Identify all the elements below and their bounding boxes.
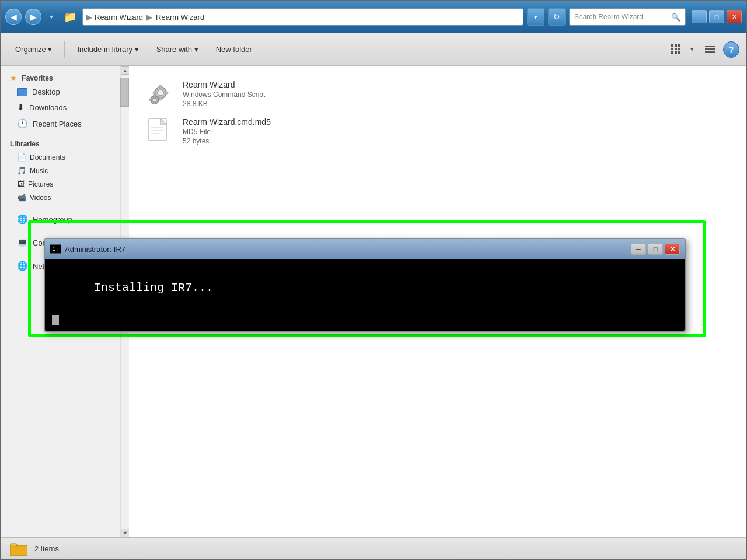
title-bar: ◀ ▶ ▾ 📁 ▶ Rearm Wizard ▶ Rearm Wizard ▾ … <box>1 1 746 33</box>
homegroup-icon: 🌐 <box>17 214 28 225</box>
sidebar-spacer-3 <box>1 228 129 235</box>
sidebar-item-documents[interactable]: 📄 Documents <box>1 150 129 164</box>
back-button[interactable]: ◀ <box>5 9 22 25</box>
search-bar[interactable]: Search Rearm Wizard 🔍 <box>569 8 686 26</box>
svg-rect-31 <box>10 544 17 547</box>
sidebar-item-music[interactable]: 🎵 Music <box>1 164 129 177</box>
address-path-current[interactable]: Rearm Wizard <box>156 13 204 22</box>
view-details-button[interactable] <box>701 41 720 58</box>
rearm-wizard-details: Rearm Wizard Windows Command Script 28.8… <box>183 80 265 108</box>
svg-rect-20 <box>153 94 156 97</box>
svg-rect-2 <box>678 44 680 47</box>
svg-rect-16 <box>153 92 156 94</box>
cmd-window-controls: ─ □ ✕ <box>631 243 680 255</box>
pictures-icon: 🖼 <box>17 180 25 188</box>
svg-point-13 <box>158 90 163 96</box>
downloads-icon: ⬇ <box>17 102 25 113</box>
svg-rect-5 <box>678 48 680 50</box>
rearm-wizard-md5-icon <box>145 117 173 145</box>
svg-rect-9 <box>705 46 715 47</box>
toolbar: Organize ▾ Include in library ▾ Share wi… <box>1 33 746 66</box>
window-controls: ─ □ ✕ <box>692 10 742 23</box>
svg-rect-8 <box>678 51 680 54</box>
recent-places-icon: 🕐 <box>17 118 28 129</box>
organize-button[interactable]: Organize ▾ <box>8 39 60 60</box>
close-button[interactable]: ✕ <box>727 10 742 23</box>
videos-icon: 📹 <box>17 193 26 202</box>
cmd-window-icon: C: <box>50 244 61 254</box>
rearm-wizard-icon <box>145 80 173 108</box>
svg-rect-10 <box>705 48 715 50</box>
cmd-file-icon <box>145 80 173 108</box>
cmd-cursor <box>52 315 59 326</box>
cmd-close-button[interactable]: ✕ <box>665 243 680 255</box>
cmd-maximize-button[interactable]: □ <box>648 243 663 255</box>
folder-icon: 📁 <box>64 10 76 23</box>
libraries-header[interactable]: Libraries <box>1 136 129 150</box>
svg-rect-6 <box>671 51 673 54</box>
cmd-window[interactable]: C: Administrator: IR7 ─ □ ✕ Installing I… <box>44 238 686 332</box>
address-path-separator1: ▶ <box>86 13 92 22</box>
status-item-count: 2 items <box>34 544 59 553</box>
maximize-button[interactable]: □ <box>709 10 724 23</box>
sidebar-spacer-2 <box>1 204 129 211</box>
toolbar-separator-1 <box>64 41 65 58</box>
svg-rect-22 <box>149 99 152 101</box>
cmd-output-text: Installing IR7... <box>52 264 678 313</box>
file-item-rearm-wizard[interactable]: Rearm Wizard Windows Command Script 28.8… <box>138 75 737 113</box>
sidebar-item-desktop[interactable]: Desktop <box>1 85 129 99</box>
rearm-wizard-md5-size: 52 bytes <box>183 137 271 145</box>
sidebar-item-videos[interactable]: 📹 Videos <box>1 191 129 204</box>
cmd-window-title: Administrator: IR7 <box>65 245 627 254</box>
help-button[interactable]: ? <box>723 41 739 58</box>
share-with-button[interactable]: Share with ▾ <box>149 39 206 60</box>
minimize-button[interactable]: ─ <box>692 10 707 23</box>
svg-rect-11 <box>705 51 715 53</box>
refresh-button[interactable]: ↻ <box>548 8 566 26</box>
include-library-button[interactable]: Include in library ▾ <box>69 39 146 60</box>
svg-rect-21 <box>153 102 156 104</box>
svg-rect-0 <box>671 44 673 47</box>
status-bar: 2 items <box>1 537 746 559</box>
cmd-minimize-button[interactable]: ─ <box>631 243 646 255</box>
rearm-wizard-md5-type: MD5 File <box>183 128 271 136</box>
svg-rect-7 <box>675 51 677 54</box>
svg-rect-14 <box>159 85 162 88</box>
cmd-cursor-line <box>52 315 678 326</box>
view-dropdown-button[interactable]: ▾ <box>687 41 697 58</box>
view-options: ▾ <box>667 41 697 58</box>
recent-locations-button[interactable]: ▾ <box>45 10 58 23</box>
documents-icon: 📄 <box>17 153 26 162</box>
svg-rect-30 <box>10 545 27 556</box>
cmd-title-bar: C: Administrator: IR7 ─ □ ✕ <box>45 239 685 259</box>
scroll-up-button[interactable]: ▲ <box>121 66 129 75</box>
cmd-content: Installing IR7... <box>45 259 685 331</box>
address-bar[interactable]: ▶ Rearm Wizard ▶ Rearm Wizard <box>82 8 523 26</box>
address-dropdown-button[interactable]: ▾ <box>527 8 544 26</box>
favorites-header[interactable]: ★ Favorites <box>1 71 129 85</box>
sidebar-item-homegroup[interactable]: 🌐 Homegroup <box>1 211 129 228</box>
scroll-thumb[interactable] <box>120 78 129 107</box>
forward-button[interactable]: ▶ <box>25 9 41 25</box>
svg-rect-1 <box>675 44 677 47</box>
svg-rect-4 <box>675 48 677 50</box>
address-path-separator2: ▶ <box>146 13 152 22</box>
address-path-root[interactable]: Rearm Wizard <box>95 13 143 22</box>
rearm-wizard-md5-details: Rearm Wizard.cmd.md5 MD5 File 52 bytes <box>183 117 271 145</box>
music-icon: 🎵 <box>17 166 26 175</box>
rearm-wizard-md5-name: Rearm Wizard.cmd.md5 <box>183 117 271 127</box>
md5-file-icon <box>146 117 172 145</box>
status-folder-icon <box>10 542 27 556</box>
search-icon: 🔍 <box>671 13 680 22</box>
view-list-button[interactable] <box>667 41 686 58</box>
rearm-wizard-name: Rearm Wizard <box>183 80 265 89</box>
svg-rect-17 <box>165 92 168 94</box>
sidebar-item-downloads[interactable]: ⬇ Downloads <box>1 99 129 116</box>
sidebar-item-recent-places[interactable]: 🕐 Recent Places <box>1 116 129 132</box>
file-item-rearm-wizard-md5[interactable]: Rearm Wizard.cmd.md5 MD5 File 52 bytes <box>138 113 737 150</box>
sidebar-item-pictures[interactable]: 🖼 Pictures <box>1 177 129 191</box>
rearm-wizard-size: 28.8 KB <box>183 100 265 108</box>
network-icon: 🌐 <box>17 261 28 271</box>
new-folder-button[interactable]: New folder <box>208 39 260 60</box>
scroll-down-button[interactable]: ▼ <box>121 528 129 537</box>
